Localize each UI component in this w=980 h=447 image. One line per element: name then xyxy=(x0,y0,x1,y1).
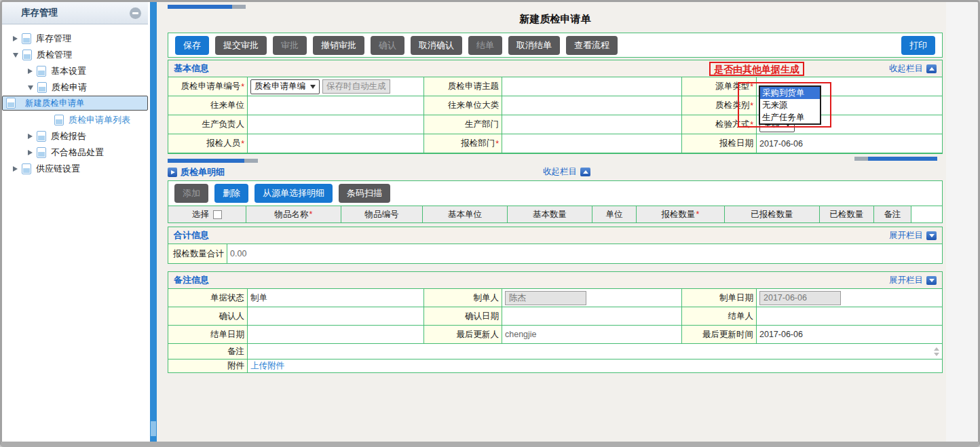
horizontal-scrollbar[interactable] xyxy=(168,5,246,9)
last-update-time-value: 2017-06-06 xyxy=(757,326,942,343)
tree-item-label: 库存管理 xyxy=(36,33,71,45)
collapse-section-link[interactable]: 收起栏目 xyxy=(889,63,937,75)
expand-section-link[interactable]: 展开栏目 xyxy=(889,230,937,241)
remark-textarea[interactable] xyxy=(248,344,942,359)
document-icon xyxy=(22,33,31,44)
horizontal-scrollbar[interactable] xyxy=(168,159,258,163)
applicant-field[interactable] xyxy=(248,134,424,153)
expander-collapsed-icon[interactable] xyxy=(13,36,18,41)
confirm-button: 确认 xyxy=(371,36,404,55)
collapse-link-label: 收起栏目 xyxy=(543,166,577,178)
collapse-up-icon xyxy=(926,64,937,73)
column-base-unit: 基本单位 xyxy=(423,206,508,222)
barcode-scan-button[interactable]: 条码扫描 xyxy=(339,184,390,203)
document-icon xyxy=(22,163,31,174)
expander-expanded-icon[interactable] xyxy=(28,85,33,90)
tree-item-qc-apply-list[interactable]: 质检申请单列表 xyxy=(2,112,148,128)
sidebar-collapse-button[interactable] xyxy=(130,7,141,19)
required-marker: * xyxy=(696,210,700,219)
production-dept-field[interactable] xyxy=(502,115,682,134)
tree-item-label: 质检申请单列表 xyxy=(69,114,130,126)
expander-collapsed-icon[interactable] xyxy=(28,134,33,139)
production-manager-field[interactable] xyxy=(248,115,424,134)
expand-section-link[interactable]: 展开栏目 xyxy=(889,275,937,286)
collapse-link-label: 收起栏目 xyxy=(889,63,923,75)
chevron-up-icon[interactable] xyxy=(934,347,939,351)
delete-row-button[interactable]: 删除 xyxy=(214,184,248,203)
dropdown-option[interactable]: 无来源 xyxy=(760,99,820,111)
save-button[interactable]: 保存 xyxy=(175,36,209,55)
horizontal-scrollbar[interactable] xyxy=(854,157,937,161)
tree-item-inventory-mgmt[interactable]: 库存管理 xyxy=(2,31,148,47)
scrollbar-thumb[interactable] xyxy=(868,157,937,161)
confirm-date-value xyxy=(502,307,682,325)
expander-collapsed-icon[interactable] xyxy=(13,166,18,172)
partner-category-field[interactable] xyxy=(502,96,682,115)
cancel-close-button[interactable]: 取消结单 xyxy=(508,36,560,55)
apply-date-label: 报检日期 xyxy=(682,134,757,153)
form-row: 质检申请单编号* 质检申请单编 保存时自动生成 质检申请主题 源单类型* xyxy=(168,77,942,96)
subject-label: 质检申请主题 xyxy=(424,77,502,96)
apply-date-value: 2017-06-06 xyxy=(759,139,803,149)
splitter-handle[interactable] xyxy=(151,421,156,436)
tree-item-qc-apply[interactable]: 质检申请 xyxy=(2,79,148,96)
create-date-label: 制单日期 xyxy=(682,289,757,307)
close-date-value xyxy=(248,326,424,343)
required-marker: * xyxy=(750,120,753,130)
select-all-checkbox[interactable] xyxy=(213,210,222,219)
close-order-button: 结单 xyxy=(468,36,502,55)
scrollbar-thumb[interactable] xyxy=(168,5,232,9)
subject-field[interactable] xyxy=(502,77,682,96)
collapse-section-link[interactable]: 收起栏目 xyxy=(543,166,590,178)
total-section: 合计信息 展开栏目 报检数量合计 0.00 xyxy=(168,227,943,264)
print-button[interactable]: 打印 xyxy=(901,36,935,55)
tree-item-new-qc-apply-form[interactable]: 新建质检申请单 xyxy=(2,96,148,111)
partner-category-label: 往来单位大类 xyxy=(424,96,502,115)
form-row: 生产负责人 生产部门 检验方式* 全检 xyxy=(168,115,942,134)
scrollbar-track[interactable] xyxy=(854,157,868,161)
scrollbar-track[interactable] xyxy=(244,159,258,163)
cancel-confirm-button[interactable]: 取消确认 xyxy=(411,36,462,55)
play-icon[interactable] xyxy=(168,168,177,177)
dropdown-option-selected[interactable]: 采购到货单 xyxy=(760,87,820,99)
apply-dept-field[interactable] xyxy=(502,134,682,153)
tree-item-label: 供应链设置 xyxy=(36,163,80,175)
sidebar-splitter[interactable] xyxy=(150,2,157,442)
form-row: 附件 上传附件 xyxy=(168,359,942,372)
section-title-detail: 质检单明细 xyxy=(181,166,225,178)
close-date-label: 结单日期 xyxy=(168,326,248,343)
section-title-basic: 基本信息 xyxy=(174,62,209,75)
form-row: 结单日期 最后更新人 chengjie 最后更新时间 2017-06-06 xyxy=(168,326,942,344)
expand-down-icon xyxy=(926,276,937,285)
textarea-spinner[interactable] xyxy=(934,347,939,356)
submit-approval-button[interactable]: 提交审批 xyxy=(215,36,267,55)
revoke-approval-button[interactable]: 撤销审批 xyxy=(313,36,364,55)
tree-item-supply-chain-settings[interactable]: 供应链设置 xyxy=(2,161,148,177)
apply-date-field[interactable]: 2017-06-06 xyxy=(757,134,942,153)
section-title-remark: 备注信息 xyxy=(174,274,209,286)
remark-section-header: 备注信息 展开栏目 xyxy=(168,272,942,289)
source-type-dropdown-list[interactable]: 采购到货单 无来源 生产任务单 xyxy=(759,85,821,125)
scrollbar-track[interactable] xyxy=(232,5,246,9)
expander-expanded-icon[interactable] xyxy=(13,53,18,58)
doc-no-rule-select[interactable]: 质检申请单编 xyxy=(250,79,320,94)
expander-collapsed-icon[interactable] xyxy=(28,150,33,155)
doc-no-field: 质检申请单编 保存时自动生成 xyxy=(248,77,424,96)
scrollbar-thumb[interactable] xyxy=(168,159,244,163)
form-row: 备注 xyxy=(168,344,942,359)
upload-attachment-link[interactable]: 上传附件 xyxy=(250,360,284,372)
tree-item-defective-handling[interactable]: 不合格品处置 xyxy=(2,144,148,161)
expander-collapsed-icon[interactable] xyxy=(28,69,33,74)
main-content: 新建质检申请单 保存 提交审批 审批 撤销审批 确认 取消确认 结单 取消结单 … xyxy=(157,2,978,442)
creator-input: 陈杰 xyxy=(505,291,586,305)
partner-field[interactable] xyxy=(248,96,424,115)
dropdown-option[interactable]: 生产任务单 xyxy=(760,111,820,123)
tree-item-qc-mgmt[interactable]: 质检管理 xyxy=(2,47,148,63)
tree-item-qc-report[interactable]: 质检报告 xyxy=(2,128,148,144)
production-manager-label: 生产负责人 xyxy=(168,115,248,134)
tree-item-basic-settings[interactable]: 基本设置 xyxy=(2,63,148,79)
select-from-source-button[interactable]: 从源单选择明细 xyxy=(255,184,333,203)
view-flow-button[interactable]: 查看流程 xyxy=(566,36,618,55)
chevron-down-icon[interactable] xyxy=(934,353,939,356)
total-section-header: 合计信息 展开栏目 xyxy=(168,227,942,244)
